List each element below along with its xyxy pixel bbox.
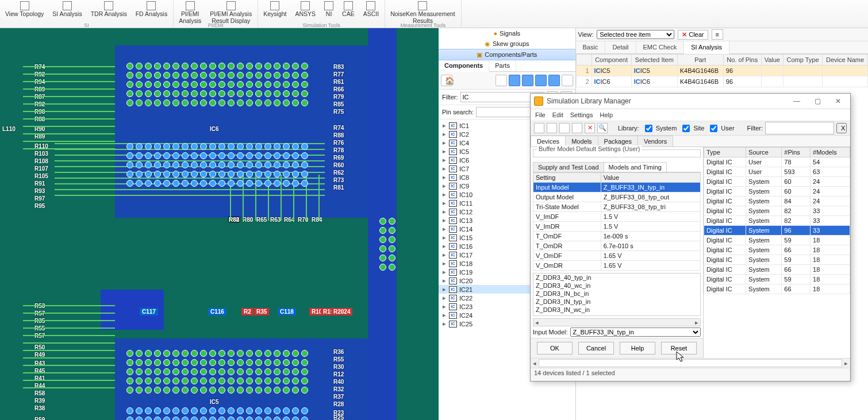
menu-edit[interactable]: Edit	[552, 111, 563, 118]
grid-row[interactable]: 1ICIC5ICIC5K4B4G1646B96	[576, 65, 868, 76]
dlg-subtab-0[interactable]: Supply and Test Load	[533, 162, 604, 172]
ribbon-tdr-analysis[interactable]: TDR Analysis	[87, 0, 132, 18]
ribbon-pi-emi-analysis[interactable]: PI/EMIAnalysis	[175, 0, 206, 25]
device-row[interactable]: Digital ICSystem8233	[704, 206, 850, 216]
tool-btn-4[interactable]	[535, 75, 547, 86]
tool-btn-2[interactable]	[509, 75, 520, 86]
components-parts-header[interactable]: ▣Components/Parts	[439, 49, 575, 60]
clear-button[interactable]: ✕Clear	[678, 30, 708, 40]
model-option[interactable]: Z_DDR3_ODT_120_bc_in	[533, 314, 700, 316]
device-row[interactable]: Digital ICSystem5918	[704, 275, 850, 284]
tool-btn-6[interactable]	[562, 75, 573, 86]
skew-groups-header[interactable]: ◉Skew groups	[439, 38, 575, 49]
device-row[interactable]: Digital ICSystem9633	[704, 226, 850, 236]
model-option[interactable]: Z_DDR3_IN_bc_in	[533, 290, 700, 298]
grid-row[interactable]: 2ICIC6ICIC6K4B4G1646B96	[576, 76, 868, 87]
device-row[interactable]: Digital ICSystem5918	[704, 255, 850, 265]
device-row[interactable]: Digital ICSystem6618	[704, 284, 850, 294]
tb-icon-5[interactable]: ✕	[585, 123, 595, 133]
tb-icon-4[interactable]	[572, 123, 582, 133]
lib-system-checkbox[interactable]	[645, 125, 652, 132]
ribbon-si-analysis[interactable]: SI Analysis	[48, 0, 86, 18]
model-option[interactable]: Z_DDR3_IN_wc_in	[533, 306, 700, 314]
r-label: R84	[312, 217, 322, 223]
tb-icon-3[interactable]	[559, 123, 570, 133]
simulation-library-manager-dialog: Simulation Library Manager — ▢ ✕ FileEdi…	[530, 93, 851, 382]
right-tab-emc-check[interactable]: EMC Check	[636, 41, 685, 53]
model-listbox[interactable]: Z_DDR3_40_typ_inZ_DDR3_40_wc_inZ_DDR3_IN…	[533, 273, 701, 316]
menu-settings[interactable]: Settings	[570, 111, 593, 118]
view-label: View:	[578, 31, 594, 38]
tool-btn-5[interactable]	[548, 75, 560, 86]
model-option[interactable]: Z_DDR3_40_wc_in	[533, 282, 700, 290]
lib-user-checkbox[interactable]	[710, 125, 717, 132]
input-model-select[interactable]: Z_BUFF33_IN_typ_in	[570, 327, 701, 337]
dialog-hscroll[interactable]: ◂▸	[531, 358, 850, 368]
r-label: R12	[333, 371, 344, 377]
device-row[interactable]: Digital ICSystem6618	[704, 245, 850, 255]
help-button[interactable]: Help	[620, 342, 655, 355]
close-button[interactable]: ✕	[829, 95, 847, 107]
tool-btn-3[interactable]	[522, 75, 533, 86]
tool-btn-1[interactable]	[496, 75, 507, 86]
dlg-filter-input[interactable]	[765, 122, 834, 134]
view-extra-button[interactable]: ≡	[712, 29, 723, 40]
model-option[interactable]: Z_DDR3_IN_typ_in	[533, 298, 700, 306]
device-row[interactable]: Digital ICSystem6618	[704, 265, 850, 275]
view-select[interactable]: Selected tree item	[597, 30, 674, 39]
home-button[interactable]: 🏠	[441, 75, 452, 86]
tab-parts[interactable]: Parts	[489, 60, 516, 71]
dlg-subtab-1[interactable]: Models and Timing	[604, 162, 667, 172]
device-row[interactable]: Digital ICUser59363	[704, 167, 850, 177]
ribbon-keysight[interactable]: Keysight	[259, 0, 291, 18]
pcb-canvas[interactable]: IC6 IC5 C117 C116 R2 R35 C118 R10 R19 R2…	[0, 28, 439, 420]
device-row[interactable]: Digital ICSystem8233	[704, 216, 850, 226]
ribbon-cae[interactable]: CAE	[338, 0, 359, 18]
list-hscroll[interactable]: ◂▸	[533, 318, 701, 326]
dlg-filter-clear[interactable]: X	[836, 123, 847, 133]
ribbon-pi-emi-analysis-result-display[interactable]: PI/EMI AnalysisResult Display	[206, 0, 256, 25]
minimize-button[interactable]: —	[788, 95, 805, 107]
setting-row[interactable]: Output ModelZ_BUFF33_08_typ_out	[533, 192, 701, 202]
menu-file[interactable]: File	[535, 111, 546, 118]
setting-row[interactable]: V_OmDR1.65 V	[533, 261, 701, 271]
component-grid[interactable]: ComponentSelected ItemPartNo. of PinsVal…	[576, 54, 869, 87]
r-label: R83	[333, 64, 344, 70]
setting-row[interactable]: V_ImDR1.5 V	[533, 222, 701, 232]
ribbon-ascii[interactable]: ASCII	[359, 0, 383, 18]
settings-table[interactable]: SettingValueInput ModelZ_BUFF33_IN_typ_i…	[533, 172, 701, 271]
tab-components[interactable]: Components	[439, 60, 489, 72]
setting-row[interactable]: T_OmDF1e-009 s	[533, 232, 701, 241]
setting-row[interactable]: V_OmDF1.65 V	[533, 251, 701, 261]
dlg-tab-vendors[interactable]: Vendors	[637, 136, 673, 147]
setting-row[interactable]: V_ImDF1.5 V	[533, 212, 701, 222]
reset-button[interactable]: Reset	[661, 342, 697, 355]
setting-row[interactable]: Tri-State ModelZ_BUFF33_08_typ_tri	[533, 202, 701, 212]
device-row[interactable]: Digital ICSystem6024	[704, 187, 850, 196]
model-option[interactable]: Z_DDR3_40_typ_in	[533, 273, 700, 282]
tb-icon-2[interactable]	[547, 123, 557, 133]
ribbon-view-topology[interactable]: View Topology	[1, 0, 48, 18]
maximize-button[interactable]: ▢	[809, 95, 826, 107]
cancel-button[interactable]: Cancel	[578, 342, 614, 355]
device-row[interactable]: Digital ICSystem5918	[704, 236, 850, 245]
setting-row[interactable]: Input ModelZ_BUFF33_IN_typ_in	[533, 183, 701, 192]
device-row[interactable]: Digital ICSystem8424	[704, 196, 850, 206]
device-row[interactable]: Digital ICSystem6024	[704, 177, 850, 187]
ribbon-noiseken-measurement-results[interactable]: NoiseKen MeasurementResults	[386, 0, 460, 25]
right-tab-si-analysis[interactable]: SI Analysis	[684, 41, 729, 54]
ok-button[interactable]: OK	[537, 342, 573, 355]
tb-icon-1[interactable]	[534, 123, 544, 133]
right-tab-detail[interactable]: Detail	[605, 41, 636, 53]
device-table[interactable]: TypeSource#Pins#ModelsDigital ICUser7854…	[704, 147, 850, 294]
ribbon-ni[interactable]: NI	[320, 0, 338, 18]
ribbon-fd-analysis[interactable]: FD Analysis	[132, 0, 172, 18]
right-tab-basic[interactable]: Basic	[576, 41, 606, 53]
ribbon-ansys[interactable]: ANSYS	[291, 0, 320, 18]
setting-row[interactable]: T_OmDR6.7e-010 s	[533, 241, 701, 251]
tb-icon-6[interactable]: 🔍	[597, 123, 608, 133]
signals-header[interactable]: ●Signals	[439, 28, 575, 38]
menu-help[interactable]: Help	[600, 111, 613, 118]
lib-site-checkbox[interactable]	[682, 125, 690, 132]
device-row[interactable]: Digital ICUser7854	[704, 157, 850, 167]
